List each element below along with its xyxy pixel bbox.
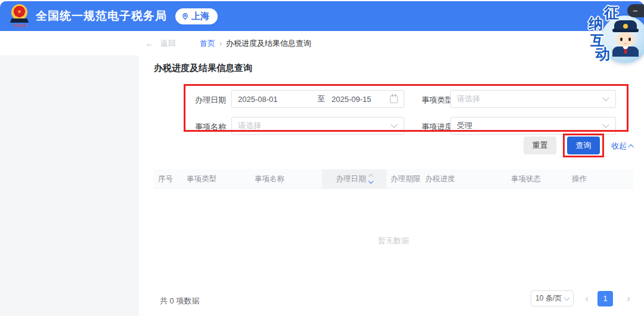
column-header-item-type: 事项类型 [182,174,250,184]
assistant-char-na: 纳 [589,17,603,31]
location-pin-icon [181,13,189,20]
calendar-icon [390,95,398,103]
column-header-progress: 办税进度 [421,174,507,184]
assistant-char-zheng: 征 [604,5,619,20]
column-header-index: 序号 [154,174,182,184]
column-header-handle-date-sortable[interactable]: 办理日期 [322,169,386,189]
item-type-value: 请选择 [451,94,603,104]
column-header-status: 事项状态 [507,174,568,184]
date-start-value: 2025-08-01 [238,95,317,104]
assistant-char-dong: 动 [595,47,610,61]
breadcrumb-home-link[interactable]: 首页 [200,38,215,49]
chevron-down-icon [602,94,609,101]
item-progress-label: 事项进度 [422,122,453,132]
item-name-select[interactable]: 请选择 [231,117,404,135]
item-name-label: 事项名称 [195,122,226,132]
tax-officer-mascot [612,20,639,60]
date-range-label: 办理日期 [195,95,226,106]
date-end-value: 2025-09-15 [332,95,390,104]
column-header-item-name: 事项名称 [250,174,322,184]
hat-badge-icon [623,24,628,29]
breadcrumb-separator: › [219,39,222,48]
back-button[interactable]: ← 返回 [145,38,176,49]
breadcrumb-current: 办税进度及结果信息查询 [226,38,311,49]
location-label: 上海 [191,11,209,22]
sort-carets-icon [369,175,373,183]
table-header: 序号 事项类型 事项名称 办理日期 办理期限 办税进度 事项状态 操作 [154,169,633,189]
chevron-up-icon [628,144,634,150]
chevron-down-icon [391,121,397,128]
page-title: 办税进度及结果信息查询 [154,63,252,74]
back-arrow-icon: ← [145,38,154,49]
chevron-down-icon [564,295,570,300]
total-count-text: 共 0 项数据 [160,296,199,306]
logo-caption: 中国税务 [9,23,30,29]
empty-state-text: 暂无数据 [154,236,633,246]
reset-button[interactable]: 重置 [524,137,556,154]
date-range-input[interactable]: 2025-08-01 至 2025-09-15 [231,90,404,108]
query-button[interactable]: 查询 [567,137,600,154]
item-name-value: 请选择 [232,120,392,131]
item-type-label: 事项类型 [422,95,453,106]
page-size-value: 10 条/页 [535,293,562,303]
minimize-button[interactable]: − [627,4,644,17]
column-header-actions: 操作 [568,174,633,184]
collapse-toggle[interactable]: 收起 [611,141,634,151]
page-size-select[interactable]: 10 条/页 [531,290,574,306]
next-page-button[interactable]: › [623,292,634,306]
tax-bureau-logo: 中国税务 [9,4,30,28]
item-type-select[interactable]: 请选择 [450,90,616,108]
column-header-deadline: 办理期限 [386,174,421,184]
breadcrumb: ← 返回 首页 › 办税进度及结果信息查询 [0,31,644,55]
collapse-label: 收起 [611,141,627,151]
date-to-label: 至 [317,94,332,104]
national-emblem-icon [11,4,27,20]
back-label: 返回 [160,38,176,49]
item-progress-select[interactable]: 受理 [450,117,616,135]
prev-page-button[interactable]: ‹ [581,292,593,306]
chevron-down-icon [602,121,609,128]
item-progress-value: 受理 [451,120,603,131]
top-bar: 中国税务 全国统一规范电子税务局 上海 [0,1,644,31]
location-badge[interactable]: 上海 [175,8,218,24]
page: 中国税务 全国统一规范电子税务局 上海 − 征 纳 互 动 [0,0,644,316]
left-panel [0,55,139,316]
current-page-button[interactable]: 1 [597,291,613,306]
minimize-icon: − [633,7,637,15]
app-title: 全国统一规范电子税务局 [36,8,167,24]
sort-descending-icon [368,179,373,184]
